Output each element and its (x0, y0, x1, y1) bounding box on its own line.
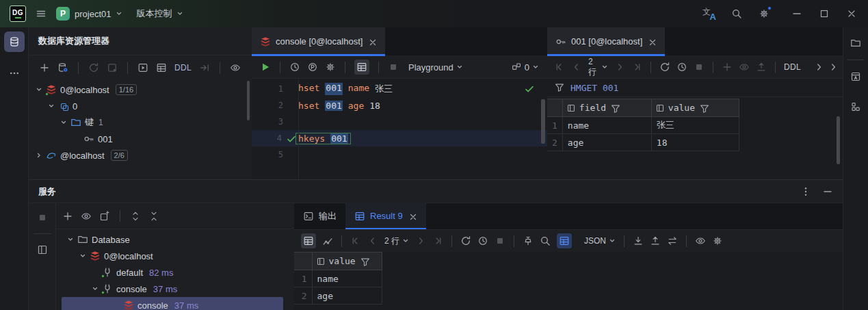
kv-row[interactable]: 1 name 张三 (547, 117, 739, 134)
result-row[interactable]: 1 name (294, 270, 382, 287)
layout-icon[interactable] (37, 244, 48, 255)
field-cell[interactable]: name (562, 117, 651, 134)
add-datasource-icon[interactable] (39, 62, 50, 73)
tree-row-key-001[interactable]: 001 (29, 131, 252, 147)
chevron-down-icon[interactable] (48, 103, 55, 109)
documentation-stripe-button[interactable] (845, 66, 866, 87)
editor-line-4[interactable]: 4 hkeys001 (252, 130, 547, 146)
first-page-icon[interactable] (554, 62, 565, 73)
value-column-header[interactable]: value (312, 253, 382, 270)
editor-line-5[interactable]: 5 (252, 146, 547, 163)
auto-refresh-icon[interactable] (676, 62, 687, 73)
stop-icon[interactable] (495, 235, 505, 246)
tree-row-default-session[interactable]: default 82 ms (56, 264, 294, 281)
mode-selector[interactable]: Playground (408, 62, 463, 73)
ddl-button[interactable]: DDL (174, 63, 192, 73)
close-tab-icon[interactable] (367, 37, 377, 47)
next-page-icon[interactable] (614, 62, 625, 73)
tab-output[interactable]: 输出 (294, 203, 345, 229)
value-cell[interactable]: 18 (651, 134, 739, 151)
search-everywhere-button[interactable] (723, 0, 750, 27)
in-editor-results-toggle[interactable] (354, 60, 369, 75)
add-service-icon[interactable] (62, 211, 73, 222)
disconnect-icon[interactable] (107, 62, 118, 73)
view-options-icon[interactable] (81, 211, 92, 222)
project-selector[interactable]: P project01 (56, 7, 122, 21)
chevron-down-icon[interactable] (79, 253, 86, 259)
last-page-icon[interactable] (432, 235, 443, 246)
refresh-icon[interactable] (88, 62, 99, 73)
kv-filter-row[interactable]: HMGET 001 (547, 79, 843, 97)
import-upload-icon[interactable] (650, 235, 661, 246)
view-options-icon[interactable] (230, 62, 241, 73)
submit-icon[interactable] (756, 62, 767, 73)
chevron-down-icon[interactable] (60, 119, 67, 126)
ddl-button[interactable]: DDL (784, 62, 801, 72)
database-explorer-stripe-button[interactable] (4, 31, 25, 52)
run-icon[interactable] (260, 62, 271, 73)
expand-all-icon[interactable] (130, 211, 141, 222)
close-tab-icon[interactable] (408, 211, 417, 221)
filter-grid-toggle[interactable] (557, 233, 572, 248)
minimize-button[interactable] (783, 0, 811, 27)
settings-button[interactable] (750, 0, 778, 27)
chevron-down-icon[interactable] (92, 285, 98, 292)
result-row[interactable]: 2 age (294, 287, 382, 305)
stop-icon[interactable] (694, 62, 705, 73)
editor-line-3[interactable]: 3 (252, 114, 547, 130)
tree-row-keys-folder[interactable]: 键 1 (29, 114, 252, 131)
value-cell[interactable]: name (312, 270, 382, 287)
page-size-selector[interactable]: 2 行 (384, 235, 409, 247)
find-icon[interactable] (540, 235, 551, 246)
datasource-settings-icon[interactable] (57, 62, 68, 73)
preview-icon[interactable] (739, 62, 750, 73)
stop-icon[interactable] (37, 212, 48, 223)
tree-row-database[interactable]: Database (56, 231, 294, 248)
tree-row-mysql-datasource[interactable]: @localhost 2/6 (29, 147, 252, 164)
jump-to-icon[interactable] (199, 62, 210, 73)
close-tab-icon[interactable] (647, 37, 657, 47)
chart-view-icon[interactable] (322, 235, 333, 246)
view-options-icon[interactable] (695, 235, 706, 246)
auto-refresh-icon[interactable] (477, 235, 488, 246)
hide-panel-icon[interactable] (822, 186, 833, 197)
tree-row-console-selected[interactable]: console 37 ms (62, 297, 283, 310)
kv-row[interactable]: 2 age 18 (547, 134, 739, 151)
format-selector[interactable]: JSON (584, 236, 616, 246)
code-editor[interactable]: 1 hset001name张三 2 hset001age18 3 4 hkeys… (252, 79, 547, 163)
tab-console[interactable]: console [0@localhost] (252, 27, 385, 56)
explorer-scrollbar[interactable] (247, 81, 250, 120)
tab-options-icon[interactable] (832, 36, 843, 47)
main-menu-icon[interactable] (36, 8, 47, 19)
tree-row-console-session[interactable]: console 37 ms (56, 281, 294, 297)
tree-row-redis-host[interactable]: 0@localhost (56, 248, 294, 264)
editor-scrollbar[interactable] (541, 99, 545, 144)
chevron-down-icon[interactable] (36, 86, 42, 93)
session-selector[interactable]: 0 (511, 62, 539, 73)
chevron-right-icon[interactable] (828, 62, 836, 73)
maximize-button[interactable] (811, 0, 838, 27)
refresh-icon[interactable] (659, 62, 670, 73)
chevron-right-icon[interactable] (813, 62, 821, 73)
funnel-icon[interactable] (699, 103, 709, 113)
add-row-icon[interactable] (722, 62, 733, 73)
first-page-icon[interactable] (350, 235, 361, 246)
prev-page-icon[interactable] (367, 235, 378, 246)
tab-result-9[interactable]: Result 9 (345, 203, 426, 229)
translate-button[interactable]: 文A (696, 0, 723, 27)
page-size-selector[interactable]: 2 行 (588, 57, 608, 78)
gear-icon[interactable] (325, 62, 336, 73)
chevron-right-icon[interactable] (36, 152, 42, 159)
tree-row-db0[interactable]: 0 (29, 98, 252, 114)
parameters-icon[interactable] (307, 62, 318, 73)
value-column-header[interactable]: value (651, 99, 739, 117)
close-button[interactable] (838, 0, 865, 27)
refresh-icon[interactable] (460, 235, 471, 246)
stop-icon[interactable] (388, 62, 399, 73)
kv-scrollbar[interactable] (837, 116, 840, 164)
value-cell[interactable]: 张三 (651, 117, 739, 134)
field-cell[interactable]: age (562, 134, 651, 151)
tab-options-icon[interactable] (536, 36, 547, 47)
next-page-icon[interactable] (415, 235, 426, 246)
options-icon[interactable] (800, 186, 811, 197)
